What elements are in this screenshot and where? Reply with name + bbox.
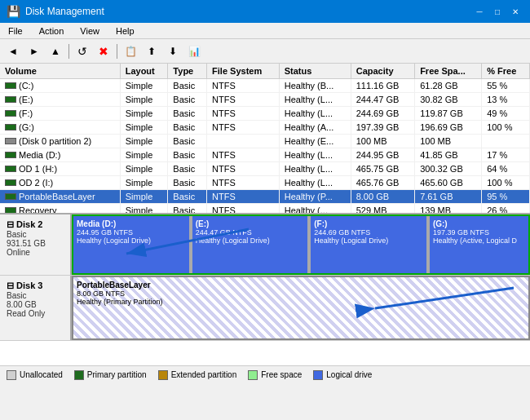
partition-media-d[interactable]: Media (D:) 244.95 GB NTFS Healthy (Logic…: [73, 216, 191, 273]
cell-status: Healthy (L...: [279, 176, 351, 190]
cell-pct: 49 %: [482, 107, 530, 121]
legend-logical-box: [313, 370, 323, 380]
properties-button[interactable]: 📊: [184, 42, 204, 60]
disk-3-partitions: PortableBaseLayer 8.00 GB NTFS Healthy (…: [72, 276, 530, 340]
cell-type: Basic: [168, 121, 207, 135]
legend-unallocated-label: Unallocated: [20, 370, 63, 379]
delete-button[interactable]: ✖: [94, 42, 113, 60]
menu-action[interactable]: Action: [34, 24, 69, 38]
toolbar: ◄ ► ▲ ↺ ✖ 📋 ⬆ ⬇ 📊: [0, 39, 530, 64]
up-button[interactable]: ▲: [46, 42, 65, 60]
cell-volume: (Disk 0 partition 2): [0, 135, 120, 148]
table-row[interactable]: (G:) Simple Basic NTFS Healthy (A... 197…: [0, 121, 530, 135]
legend-unallocated-box: [7, 370, 16, 380]
legend-primary: Primary partition: [74, 370, 147, 380]
cell-fs: NTFS: [207, 79, 280, 93]
table-row[interactable]: OD 1 (H:) Simple Basic NTFS Healthy (L..…: [0, 162, 530, 176]
cell-volume: PortableBaseLayer: [0, 190, 120, 204]
disk-3-row: ⊟ Disk 3 Basic 8.00 GB Read Only Portabl…: [0, 276, 530, 341]
toolbar-separator-1: [68, 44, 69, 59]
table-row[interactable]: OD 2 (I:) Simple Basic NTFS Healthy (L..…: [0, 176, 530, 190]
partition-portablebaselayer[interactable]: PortableBaseLayer 8.00 GB NTFS Healthy (…: [73, 277, 528, 338]
cell-volume: OD 1 (H:): [0, 162, 120, 176]
cell-layout: Simple: [120, 121, 168, 135]
cell-type: Basic: [168, 190, 207, 204]
partition-f[interactable]: (F:) 244.69 GB NTFS Healthy (Logical Dri…: [309, 216, 428, 273]
cell-capacity: 465.75 GB: [351, 162, 414, 176]
disk-2-label: ⊟ Disk 2 Basic 931.51 GB Online: [0, 214, 72, 275]
legend-extended: Extended partition: [158, 370, 237, 380]
cell-capacity: 465.76 GB: [351, 176, 414, 190]
legend-primary-label: Primary partition: [87, 370, 147, 379]
disk-panel: ⊟ Disk 2 Basic 931.51 GB Online Media (D…: [0, 214, 530, 365]
cell-volume: (C:): [0, 79, 120, 93]
cell-free: 30.82 GB: [415, 93, 482, 107]
main-area: Volume Layout Type File System Status Ca…: [0, 64, 530, 420]
table-row[interactable]: (F:) Simple Basic NTFS Healthy (L... 244…: [0, 107, 530, 121]
cell-type: Basic: [168, 93, 207, 107]
cell-capacity: 244.95 GB: [351, 148, 414, 162]
cell-free: 139 MB: [415, 204, 482, 215]
menu-help[interactable]: Help: [111, 24, 139, 38]
cell-fs: [207, 135, 280, 148]
menu-file[interactable]: File: [3, 24, 28, 38]
legend-logical: Logical drive: [313, 370, 372, 380]
forward-button[interactable]: ►: [24, 42, 44, 60]
cell-free: 119.87 GB: [415, 107, 482, 121]
legend-unallocated: Unallocated: [7, 370, 63, 380]
disk-2-partitions: Media (D:) 244.95 GB NTFS Healthy (Logic…: [72, 214, 530, 275]
cell-status: Healthy (L...: [279, 93, 351, 107]
cell-layout: Simple: [120, 162, 168, 176]
move-down-button[interactable]: ⬇: [163, 42, 183, 60]
move-up-button[interactable]: ⬆: [142, 42, 161, 60]
legend-freespace: Free space: [248, 370, 302, 380]
partition-g[interactable]: (G:) 197.39 GB NTFS Healthy (Active, Log…: [428, 216, 528, 273]
cell-capacity: 529 MB: [351, 204, 414, 215]
table-row[interactable]: (E:) Simple Basic NTFS Healthy (L... 244…: [0, 93, 530, 107]
cell-type: Basic: [168, 176, 207, 190]
cell-free: 61.28 GB: [415, 79, 482, 93]
window-controls: ─ □ ✕: [471, 3, 523, 20]
cell-pct: [482, 135, 530, 148]
col-status: Status: [279, 64, 351, 79]
partition-e[interactable]: (E:) 244.47 GB NTFS Healthy (Logical Dri…: [191, 216, 310, 273]
cell-fs: NTFS: [207, 190, 280, 204]
table-row[interactable]: Recovery Simple Basic NTFS Healthy (... …: [0, 204, 530, 215]
table-row[interactable]: (Disk 0 partition 2) Simple Basic Health…: [0, 135, 530, 148]
cell-free: 41.85 GB: [415, 148, 482, 162]
cell-layout: Simple: [120, 148, 168, 162]
cell-pct: 100 %: [482, 176, 530, 190]
minimize-button[interactable]: ─: [471, 3, 488, 20]
refresh-button[interactable]: ↺: [73, 42, 92, 60]
copy-button[interactable]: 📋: [121, 42, 140, 60]
volume-list: Volume Layout Type File System Status Ca…: [0, 64, 530, 214]
cell-pct: 26 %: [482, 204, 530, 215]
table-row[interactable]: PortableBaseLayer Simple Basic NTFS Heal…: [0, 190, 530, 204]
close-button[interactable]: ✕: [507, 3, 523, 20]
cell-status: Healthy (A...: [279, 121, 351, 135]
cell-fs: NTFS: [207, 93, 280, 107]
cell-layout: Simple: [120, 190, 168, 204]
back-button[interactable]: ◄: [3, 42, 23, 60]
cell-fs: NTFS: [207, 107, 280, 121]
legend-extended-box: [158, 370, 168, 380]
cell-type: Basic: [168, 79, 207, 93]
col-type: Type: [168, 64, 207, 79]
cell-fs: NTFS: [207, 162, 280, 176]
cell-status: Healthy (P...: [279, 190, 351, 204]
menu-view[interactable]: View: [75, 24, 104, 38]
cell-status: Healthy (E...: [279, 135, 351, 148]
table-row[interactable]: Media (D:) Simple Basic NTFS Healthy (L.…: [0, 148, 530, 162]
disk-2-row: ⊟ Disk 2 Basic 931.51 GB Online Media (D…: [0, 214, 530, 276]
cell-volume: (G:): [0, 121, 120, 135]
cell-layout: Simple: [120, 135, 168, 148]
cell-pct: 100 %: [482, 121, 530, 135]
cell-status: Healthy (...: [279, 204, 351, 215]
cell-free: 7.61 GB: [415, 190, 482, 204]
cell-status: Healthy (L...: [279, 107, 351, 121]
table-row[interactable]: (C:) Simple Basic NTFS Healthy (B... 111…: [0, 79, 530, 93]
cell-type: Basic: [168, 107, 207, 121]
maximize-button[interactable]: □: [489, 3, 506, 20]
cell-pct: 64 %: [482, 162, 530, 176]
cell-status: Healthy (L...: [279, 162, 351, 176]
